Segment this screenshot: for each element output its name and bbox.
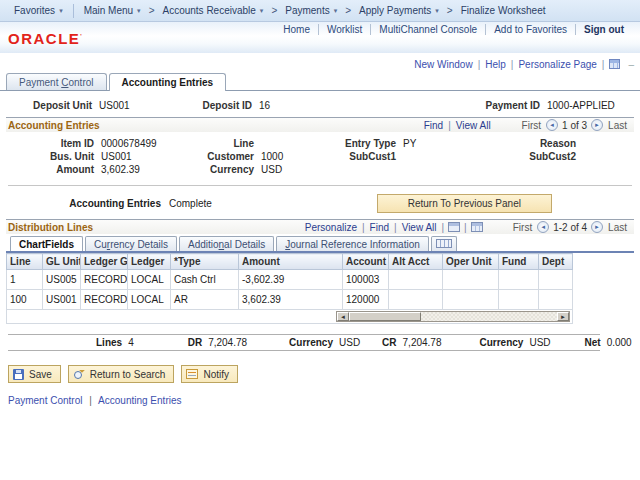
subtab-currency-details[interactable]: Currency Details [85,236,177,251]
breadcrumb-separator: > [271,5,277,16]
http-url-icon[interactable] [609,59,620,69]
breadcrumb-separator: > [345,5,351,16]
worklist-link[interactable]: Worklist [319,23,370,36]
find-link[interactable]: Find [422,120,445,131]
distribution-lines-title: Distribution Lines [8,222,93,233]
divider: | [362,222,365,233]
totals-bar: Lines4 DR7,204.78 CurrencyUSD CR7,204.78… [8,334,600,351]
next-row-icon[interactable]: ► [591,119,603,131]
col-account: Account [343,254,389,270]
deposit-unit-value: US001 [99,100,130,111]
favorites-menu[interactable]: Favorites ▾ [8,3,69,18]
deposit-id-value: 16 [259,100,270,111]
cell-account: 120000 [343,290,389,310]
col-amount: Amount [239,254,343,270]
page-links: New Window | Help | Personalize Page | – [0,56,640,72]
save-label: Save [29,369,52,380]
row-position: 1 of 3 [562,120,587,131]
currency-value: USD [261,164,282,175]
last-link[interactable]: Last [608,120,627,131]
reason-label: Reason [516,138,576,149]
add-to-favorites-link[interactable]: Add to Favorites [486,23,575,36]
next-rows-icon[interactable]: ► [591,221,603,233]
tab-accounting-entries[interactable]: Accounting Entries [109,73,227,91]
col-oper-unit: Oper Unit [443,254,499,270]
last-link[interactable]: Last [608,222,627,233]
multichannel-console-link[interactable]: MultiChannel Console [371,23,485,36]
divider: | [478,59,481,70]
distribution-subtab-bar: ChartFields Currency Details Additional … [6,236,634,253]
return-to-previous-panel-button[interactable]: Return To Previous Panel [377,194,552,213]
sign-out-link[interactable]: Sign out [576,23,632,36]
breadcrumb-payments[interactable]: Payments ▾ [279,3,343,18]
cell-fund [499,290,539,310]
breadcrumb-label: Payments [285,5,329,16]
tab-payment-control[interactable]: Payment Control [6,73,107,90]
find-link[interactable]: Find [368,222,391,233]
deposit-id-label: Deposit ID [200,100,252,111]
breadcrumb-main-menu[interactable]: Main Menu ▾ [78,3,147,18]
horizontal-scrollbar: ◄ ► [336,311,570,322]
corner-dash: – [628,59,634,70]
entry-type-value: PY [403,138,416,149]
accounting-entries-fields: Item ID0000678499 Line Entry TypePY Reas… [6,132,634,179]
distribution-lines-table: Line GL Unit Ledger Grp Ledger *Type Amo… [6,253,573,324]
payment-id-value: 1000-APPLIED [547,100,615,111]
breadcrumb-finalize-worksheet: Finalize Worksheet [455,3,552,18]
chevron-down-icon: ▾ [334,7,338,15]
new-window-link[interactable]: New Window [412,59,474,70]
accounting-entries-groupbox: Accounting Entries Find | View All First… [6,117,634,213]
subtab-journal-reference-information[interactable]: Journal Reference Information [276,236,429,251]
home-link[interactable]: Home [275,23,318,36]
breadcrumb-apply-payments[interactable]: Apply Payments ▾ [353,3,445,18]
cell-alt-acct [389,290,443,310]
subcust2-label: SubCust2 [516,151,576,162]
breadcrumb-label: Finalize Worksheet [461,5,546,16]
return-to-search-label: Return to Search [90,369,166,380]
save-button[interactable]: Save [8,365,61,383]
col-line: Line [7,254,43,270]
chevron-down-icon: ▾ [260,7,264,15]
download-icon[interactable] [471,222,483,232]
personalize-page-link[interactable]: Personalize Page [516,59,598,70]
previous-row-icon[interactable]: ◄ [546,119,558,131]
divider: | [89,395,92,406]
first-link[interactable]: First [522,120,541,131]
previous-rows-icon[interactable]: ◄ [537,221,549,233]
cell-type: Cash Ctrl [171,270,239,290]
show-all-columns-tab[interactable] [431,236,457,251]
cr-currency-label: Currency [480,337,524,348]
return-to-search-button[interactable]: Return to Search [68,365,175,383]
view-all-link[interactable]: View All [454,120,493,131]
cr-label: CR [382,337,396,348]
footer-accounting-entries-link[interactable]: Accounting Entries [98,395,181,406]
subtab-chartfields[interactable]: ChartFields [10,236,83,251]
currency-label: Currency [196,164,254,175]
divider: | [464,222,467,233]
notify-button[interactable]: Notify [181,365,238,383]
first-link[interactable]: First [513,222,532,233]
personalize-link[interactable]: Personalize [303,222,359,233]
col-ledger: Ledger [128,254,171,270]
scroll-right-icon[interactable]: ► [557,312,569,321]
table-row: 1 US005 RECORDING LOCAL Cash Ctrl -3,602… [7,270,573,290]
cell-amount: 3,602.39 [239,290,343,310]
accounting-entries-status-label: Accounting Entries [6,198,161,209]
footer-payment-control-link[interactable]: Payment Control [8,395,82,406]
rows-position: 1-2 of 4 [553,222,587,233]
table-scroll-row: ◄ ► [7,310,573,324]
scrollbar-thumb[interactable] [349,312,421,321]
view-all-link[interactable]: View All [400,222,439,233]
zoom-grid-icon[interactable] [448,222,460,232]
customer-label: Customer [196,151,254,162]
chevron-down-icon: ▾ [59,7,63,15]
help-link[interactable]: Help [483,59,508,70]
scroll-left-icon[interactable]: ◄ [337,312,349,321]
cell-line: 1 [7,270,43,290]
scrollbar-track [421,312,557,321]
col-alt-acct: Alt Acct [389,254,443,270]
favorites-label: Favorites [14,5,55,16]
cr-currency-value: USD [529,337,550,348]
subtab-additional-details[interactable]: Additional Details [179,236,274,251]
breadcrumb-accounts-receivable[interactable]: Accounts Receivable ▾ [156,3,269,18]
